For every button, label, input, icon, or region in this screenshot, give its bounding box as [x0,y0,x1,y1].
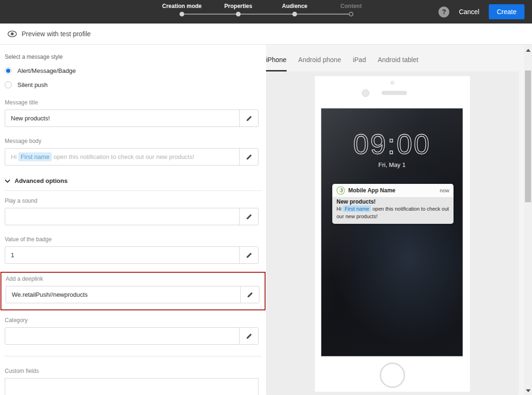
message-title-value[interactable]: New products! [5,110,239,126]
badge-value-label: Value of the badge [5,236,258,243]
edit-message-body-button[interactable] [239,149,258,165]
notification-app-name: Mobile App Name [348,187,395,194]
message-body-value[interactable]: Hi First name open this notification to … [5,149,239,165]
cancel-button[interactable]: Cancel [459,8,479,16]
chevron-down-icon [5,179,10,183]
stepper-track [182,14,351,15]
radio-label: Silent push [17,81,47,88]
eye-icon[interactable] [8,31,17,37]
notification-text-prefix: Hi [336,206,343,212]
step-creation-mode[interactable]: Creation mode [154,3,210,9]
content-form-panel: Select a message style Alert/Message/Bad… [0,45,266,395]
message-body-suffix: open this notification to check out our … [52,153,194,160]
step-label: Content [323,3,379,9]
help-icon[interactable]: ? [438,7,449,17]
tab-iphone[interactable]: iPhone [266,56,287,71]
advanced-options-label: Advanced options [15,177,68,184]
message-title-group: Message title New products! [5,99,258,127]
play-sound-label: Play a sound [5,198,258,204]
pencil-icon [246,333,252,340]
step-label: Creation mode [154,3,210,9]
edit-play-sound-button[interactable] [239,208,258,225]
badge-value-input[interactable]: 1 [5,246,258,264]
notification-personalization-chip: First name [343,205,371,212]
earpiece-speaker-icon [382,91,407,95]
notification-text: Hi First name open this notification to … [336,205,449,221]
step-audience[interactable]: Audience [266,3,323,9]
scroll-up-icon[interactable] [526,49,531,52]
vertical-scrollbar[interactable] [524,45,532,395]
radio-alert-message-badge[interactable]: Alert/Message/Badge [5,67,258,74]
push-notification-editor: Creation mode Properties Audience Conten… [0,0,532,395]
notification-timestamp: now [440,188,449,193]
tab-android-tablet[interactable]: Android tablet [378,56,418,71]
message-body-label: Message body [5,138,258,144]
header-actions: ? Cancel Create [438,0,532,24]
notification-header: Mobile App Name now [332,184,454,197]
step-dot-icon [180,12,184,16]
tab-ipad[interactable]: iPad [353,56,366,71]
personalization-chip[interactable]: First name [18,152,52,161]
message-body-prefix: Hi [11,153,18,160]
create-button[interactable]: Create [489,4,524,19]
pencil-icon [246,115,252,122]
step-label: Properties [210,3,266,9]
proximity-sensor-icon [391,81,394,85]
edit-badge-value-button[interactable] [239,247,258,263]
message-body-group: Message body Hi First name open this not… [5,138,258,166]
badge-value[interactable]: 1 [5,247,239,263]
pencil-icon [247,292,253,298]
deeplink-highlight-box: Add a deeplink We.retailPush//newproduct… [0,272,266,310]
play-sound-input[interactable] [5,208,258,225]
lock-clock: 09:00 [336,126,448,160]
iphone-mockup: 09:00 Fri, May 1 Mo [315,76,470,392]
edit-category-button[interactable] [239,328,258,344]
badge-value-group: Value of the badge 1 [5,236,258,264]
step-properties[interactable]: Properties [210,3,266,9]
custom-fields-label: Custom fields [5,368,258,374]
notification-body: New products! Hi First name open this no… [332,197,454,224]
scrollbar-thumb[interactable] [525,71,531,202]
push-notification-card[interactable]: Mobile App Name now New products! Hi Fir… [332,184,454,224]
radio-silent-push[interactable]: Silent push [5,81,258,88]
tab-android-phone[interactable]: Android phone [298,56,341,71]
step-content[interactable]: Content [323,3,379,9]
radio-label: Alert/Message/Badge [17,67,76,74]
notification-title: New products! [336,198,449,205]
edit-deeplink-button[interactable] [240,286,259,303]
play-sound-value[interactable] [5,208,239,225]
message-body-input[interactable]: Hi First name open this notification to … [5,148,258,166]
custom-fields-empty-box: No elements saved. Start now! Create ele… [5,378,258,395]
edit-message-title-button[interactable] [239,110,258,126]
radio-unselected-icon[interactable] [5,81,12,88]
step-dot-icon [292,12,297,16]
app-logo-icon [336,186,345,195]
wizard-stepper: Creation mode Properties Audience Conten… [154,3,379,22]
custom-fields-group: Custom fields No elements saved. Start n… [5,368,258,395]
divider [5,190,261,191]
preview-render-panel: 09:00 Fri, May 1 Mo [266,71,519,395]
category-label: Category [5,317,258,324]
pencil-icon [246,154,252,160]
step-dot-icon [236,12,241,16]
category-input[interactable] [5,327,258,345]
category-value[interactable] [5,328,239,344]
device-preview-area: iPhone Android phone iPad Android tablet… [266,45,524,395]
home-button[interactable] [380,363,405,388]
device-tabs: iPhone Android phone iPad Android tablet [266,45,418,71]
advanced-options-toggle[interactable]: Advanced options [5,177,258,184]
step-dot-icon [349,12,353,16]
scroll-down-icon[interactable] [526,389,531,392]
play-sound-group: Play a sound [5,198,258,225]
divider [5,356,261,356]
deeplink-value[interactable]: We.retailPush//newproducts [6,286,240,303]
pencil-icon [246,213,252,220]
radio-selected-icon[interactable] [5,67,12,74]
step-label: Audience [266,3,323,9]
message-title-input[interactable]: New products! [5,110,258,127]
deeplink-input[interactable]: We.retailPush//newproducts [6,286,259,303]
preview-toolbar-label[interactable]: Preview with test profile [22,30,91,38]
message-style-label: Select a message style [5,54,258,60]
category-group: Category [5,317,258,345]
preview-toolbar: Preview with test profile [0,24,532,45]
